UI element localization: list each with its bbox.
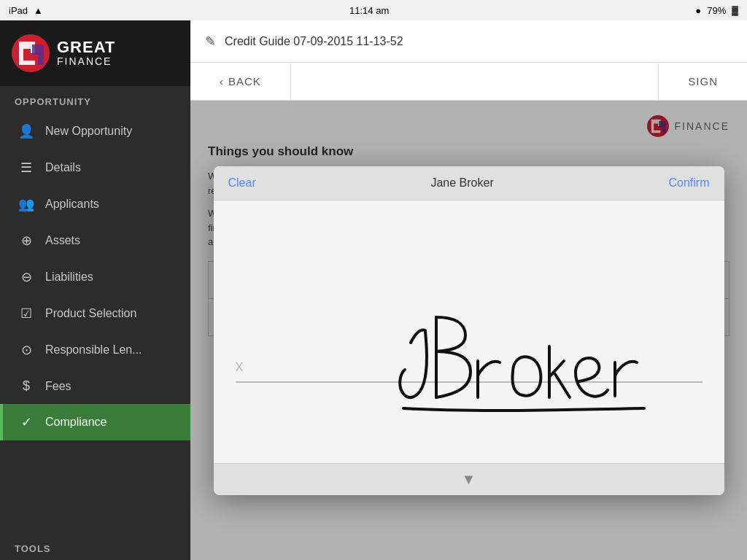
app-container: GREAT FINANCE OPPORTUNITY 👤 New Opportun…	[0, 20, 747, 560]
sig-modal-footer: ▼	[214, 463, 724, 495]
sidebar-item-fees-label: Fees	[45, 380, 71, 393]
details-icon: ☰	[18, 160, 35, 176]
doc-edit-icon: ✎	[205, 34, 216, 50]
sig-confirm-button[interactable]: Confirm	[668, 176, 709, 190]
sig-modal-body[interactable]: x	[214, 201, 724, 463]
sign-label: SIGN	[688, 75, 718, 88]
time-display: 11:14 am	[349, 5, 389, 16]
wifi-icon: ▲	[34, 5, 43, 16]
sig-clear-button[interactable]: Clear	[228, 176, 256, 190]
doc-header: ✎ Credit Guide 07-09-2015 11-13-52	[190, 20, 747, 63]
back-label: BACK	[228, 75, 261, 88]
logo-text: GREAT FINANCE	[57, 39, 115, 68]
main-content: ✎ Credit Guide 07-09-2015 11-13-52 ‹ BAC…	[190, 20, 747, 560]
back-button[interactable]: ‹ BACK	[190, 63, 291, 100]
sig-scroll-down-icon: ▼	[462, 471, 476, 488]
sidebar-item-assets[interactable]: ⊕ Assets	[0, 222, 190, 259]
liabilities-icon: ⊖	[18, 269, 35, 285]
status-bar: iPad ▲ 11:14 am ● 79% ▓	[0, 0, 747, 20]
doc-title: Credit Guide 07-09-2015 11-13-52	[225, 35, 403, 48]
sidebar: GREAT FINANCE OPPORTUNITY 👤 New Opportun…	[0, 20, 190, 560]
tools-section-header: TOOLS	[0, 533, 190, 560]
back-chevron-icon: ‹	[220, 75, 224, 88]
sig-modal-header: Clear Jane Broker Confirm	[214, 166, 724, 201]
sig-drawing	[214, 201, 724, 463]
wifi-signal-icon: ●	[695, 5, 701, 16]
sidebar-item-details[interactable]: ☰ Details	[0, 149, 190, 186]
sidebar-item-compliance-label: Compliance	[45, 416, 107, 429]
logo-finance: FINANCE	[57, 56, 115, 67]
sidebar-item-assets-label: Assets	[45, 234, 80, 247]
signature-modal: Clear Jane Broker Confirm x	[214, 166, 724, 495]
signature-modal-overlay: Clear Jane Broker Confirm x	[190, 101, 747, 560]
sidebar-item-fees[interactable]: $ Fees	[0, 368, 190, 404]
doc-nav-bar: ‹ BACK SIGN	[190, 63, 747, 101]
sidebar-item-product-selection-label: Product Selection	[45, 307, 136, 320]
logo-icon	[12, 34, 50, 72]
logo-area: GREAT FINANCE	[0, 20, 190, 86]
fees-icon: $	[18, 378, 35, 394]
applicants-icon: 👥	[18, 196, 35, 212]
sidebar-item-product-selection[interactable]: ☑ Product Selection	[0, 295, 190, 332]
product-selection-icon: ☑	[18, 306, 35, 322]
sig-canvas-area[interactable]: x	[214, 201, 724, 463]
sig-modal-title: Jane Broker	[430, 176, 493, 190]
responsible-lending-icon: ⊙	[18, 342, 35, 358]
sidebar-item-liabilities[interactable]: ⊖ Liabilities	[0, 259, 190, 295]
sidebar-item-liabilities-label: Liabilities	[45, 271, 93, 284]
new-opportunity-icon: 👤	[18, 123, 35, 139]
sidebar-item-details-label: Details	[45, 161, 81, 174]
sidebar-item-responsible-lending[interactable]: ⊙ Responsible Len...	[0, 332, 190, 368]
assets-icon: ⊕	[18, 233, 35, 249]
sidebar-item-new-opportunity[interactable]: 👤 New Opportunity	[0, 113, 190, 149]
opportunity-section-header: OPPORTUNITY	[0, 86, 190, 113]
sidebar-item-applicants[interactable]: 👥 Applicants	[0, 186, 190, 222]
sign-button[interactable]: SIGN	[658, 63, 747, 100]
sidebar-item-responsible-lending-label: Responsible Len...	[45, 343, 142, 357]
sidebar-item-applicants-label: Applicants	[45, 198, 99, 211]
sidebar-item-compliance[interactable]: ✓ Compliance	[0, 404, 190, 440]
logo-great: GREAT	[57, 39, 115, 56]
sidebar-item-new-opportunity-label: New Opportunity	[45, 125, 132, 138]
device-label: iPad	[9, 5, 28, 16]
battery-icon: ▓	[732, 5, 738, 15]
doc-content: FINANCE Things you should know We don't …	[190, 101, 747, 560]
battery-level: 79%	[707, 5, 726, 16]
compliance-icon: ✓	[18, 414, 35, 430]
